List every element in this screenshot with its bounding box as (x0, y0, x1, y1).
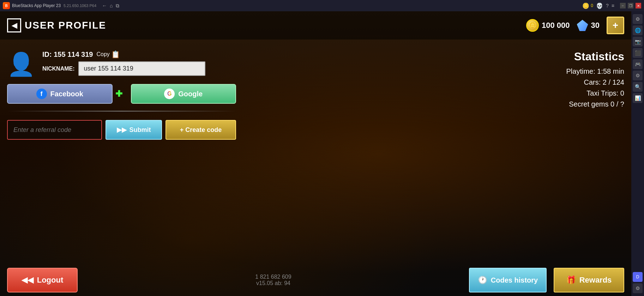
currency-area: 🪙 100 000 30 + (526, 17, 624, 34)
green-plus-indicator: ✚ (115, 89, 122, 99)
logout-icon: ◀◀ (22, 276, 34, 285)
bottom-bar: ◀◀ Logout 1 821 682 609 v15.05 ab: 94 🕐 … (0, 264, 631, 296)
google-icon: G (164, 89, 175, 99)
main-content: 👤 ID: 155 114 319 Copy 📋 NICKNAME: (0, 43, 631, 296)
diamonds-value: 30 (591, 21, 600, 30)
sidebar-camera-icon[interactable]: 📷 (633, 37, 643, 47)
restore-btn[interactable]: ❐ (628, 3, 633, 8)
nav-multi-btn[interactable]: ⧉ (116, 3, 119, 9)
left-panel: 👤 ID: 155 114 319 Copy 📋 NICKNAME: (7, 50, 236, 289)
page-title: USER PROFILE (25, 20, 106, 31)
titlebar-coin-area: 🪙 0 (582, 2, 593, 9)
codes-history-button[interactable]: 🕐 Codes history (469, 268, 547, 292)
playtime-stat: Playtime: 1:58 min (566, 67, 624, 75)
avatar: 👤 (7, 50, 35, 78)
divider (7, 111, 236, 111)
referral-row: ▶▶ Submit + Create code (7, 120, 236, 140)
sidebar-gear-icon[interactable]: ⚙ (633, 71, 643, 80)
codes-history-label: Codes history (491, 276, 538, 284)
back-chevron: ◀ (12, 21, 17, 30)
skull-icon: 💀 (596, 2, 603, 9)
google-button[interactable]: G Google (131, 84, 236, 104)
nav-back-btn[interactable]: ← (102, 3, 107, 8)
back-arrow-icon: ◀ (7, 18, 21, 32)
diamond-icon (577, 20, 588, 31)
sidebar-gamepad-icon[interactable]: 🎮 (633, 59, 643, 69)
nickname-input[interactable] (78, 61, 205, 76)
discord-icon[interactable]: D (633, 272, 643, 282)
minimize-btn[interactable]: − (620, 3, 626, 8)
rewards-label: Rewards (579, 276, 612, 285)
submit-label: Submit (130, 126, 151, 134)
window-controls: − ❐ ✕ (620, 3, 641, 8)
coin-icon: 🪙 (526, 19, 539, 32)
sidebar-graph-icon[interactable]: 📊 (633, 93, 643, 103)
logout-button[interactable]: ◀◀ Logout (7, 268, 78, 292)
coins-value: 100 000 (542, 21, 570, 30)
sidebar-square-icon[interactable]: ⬛ (633, 48, 643, 58)
taxi-trips-stat: Taxi Trips: 0 (566, 89, 624, 97)
user-id: ID: 155 114 319 (42, 50, 93, 59)
sidebar-settings-icon[interactable]: ⚙ (633, 14, 643, 24)
user-details: ID: 155 114 319 Copy 📋 NICKNAME: (42, 50, 236, 76)
google-label: Google (178, 90, 203, 98)
app-version: 5.21.650.1063 P64 (64, 4, 96, 8)
game-background: ◀ USER PROFILE 🪙 100 000 30 + 👤 (0, 11, 631, 296)
titlebar-nav: ← ⌂ ⧉ (102, 3, 119, 9)
user-info-row: 👤 ID: 155 114 319 Copy 📋 NICKNAME: (7, 50, 236, 78)
cars-stat: Cars: 2 / 124 (566, 78, 624, 86)
nav-home-btn[interactable]: ⌂ (110, 3, 113, 8)
sidebar-gear2-icon[interactable]: ⚙ (633, 283, 643, 293)
rewards-button[interactable]: 🎁 Rewards (554, 268, 624, 292)
secret-gems-stat: Secret gems 0 / ? (566, 100, 624, 108)
sidebar-globe-icon[interactable]: 🌐 (633, 25, 643, 35)
nickname-label: NICKNAME: (42, 66, 75, 72)
diamonds-display: 30 (577, 20, 600, 31)
titlebar-coin-count: 0 (591, 3, 593, 8)
create-code-label: + Create code (180, 126, 222, 134)
player-id: 1 821 682 609 (255, 274, 291, 280)
coins-display: 🪙 100 000 (526, 19, 570, 32)
close-btn[interactable]: ✕ (636, 3, 641, 8)
create-code-button[interactable]: + Create code (165, 120, 236, 140)
version-label: v15.05 ab: 94 (256, 280, 290, 286)
copy-icon: 📋 (111, 50, 120, 59)
stats-title: Statistics (574, 50, 624, 63)
app-logo: B (3, 2, 10, 9)
add-currency-button[interactable]: + (607, 17, 624, 34)
facebook-label: Facebook (50, 90, 83, 98)
facebook-icon: f (36, 89, 47, 99)
back-button[interactable]: ◀ USER PROFILE (7, 18, 106, 32)
bluestacks-sidebar: ⚙ 🌐 📷 ⬛ 🎮 ⚙ 🔍 📊 D ⚙ (631, 11, 644, 296)
rewards-icon: 🎁 (566, 276, 576, 285)
right-panel: Statistics Playtime: 1:58 min Cars: 2 / … (243, 50, 624, 289)
sidebar-search-icon[interactable]: 🔍 (633, 82, 643, 92)
titlebar-right: 🪙 0 💀 ? ≡ − ❐ ✕ (582, 2, 641, 9)
facebook-button[interactable]: f Facebook (7, 84, 113, 104)
bottom-center: 1 821 682 609 v15.05 ab: 94 (85, 274, 462, 286)
copy-label: Copy (96, 51, 109, 58)
nickname-row: NICKNAME: (42, 61, 236, 76)
titlebar: B BlueStacks App Player 23 5.21.650.1063… (0, 0, 644, 11)
codes-history-icon: 🕐 (478, 276, 487, 285)
user-id-row: ID: 155 114 319 Copy 📋 (42, 50, 236, 59)
submit-icon: ▶▶ (117, 126, 127, 134)
page-header: ◀ USER PROFILE 🪙 100 000 30 + (0, 11, 631, 40)
social-buttons: f Facebook ✚ G Google (7, 84, 236, 104)
help-btn[interactable]: ? (606, 3, 609, 8)
stats-list: Playtime: 1:58 min Cars: 2 / 124 Taxi Tr… (566, 67, 624, 111)
logout-label: Logout (37, 276, 64, 285)
avatar-icon: 👤 (7, 51, 35, 78)
referral-input[interactable] (7, 120, 102, 140)
copy-button[interactable]: Copy 📋 (96, 50, 120, 59)
app-title: BlueStacks App Player 23 (12, 3, 61, 8)
menu-btn[interactable]: ≡ (612, 3, 614, 8)
submit-button[interactable]: ▶▶ Submit (106, 120, 162, 140)
